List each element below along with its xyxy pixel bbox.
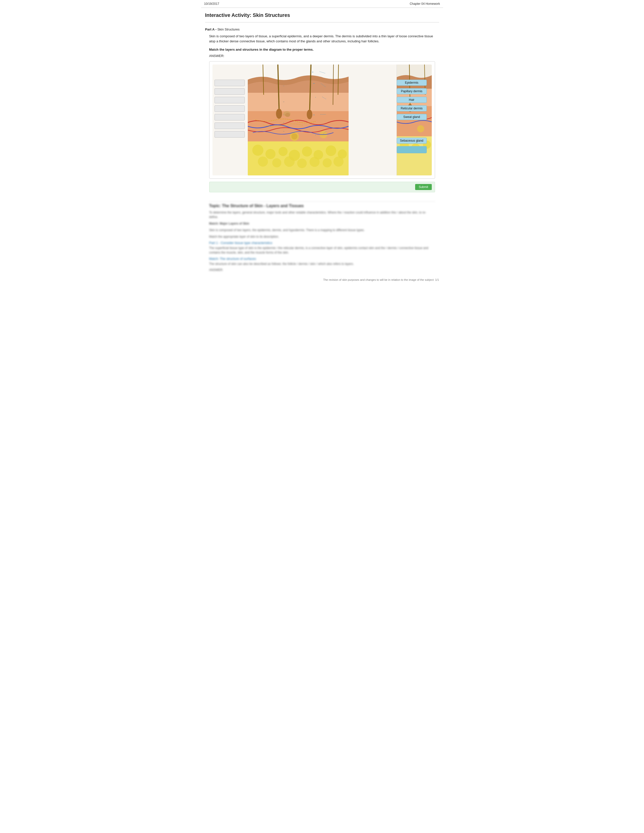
svg-point-10 — [272, 158, 281, 167]
page-footer: The revision of skin purposes and change… — [205, 278, 439, 283]
blurred-link-1: Part 1 - Consider tissue type characteri… — [209, 241, 435, 245]
label-epidermis[interactable]: Epidermis — [397, 80, 427, 86]
part-a-title: Skin Structures — [217, 27, 240, 31]
part-a-header: Part A - Skin Structures — [201, 24, 443, 33]
labels-area: Epidermis Papillary dermis Hair Reticula… — [397, 80, 427, 153]
header-date: 10/19/2017 — [204, 2, 219, 6]
title-divider — [205, 22, 439, 23]
label-papillary-dermis[interactable]: Papillary dermis — [397, 88, 427, 94]
blurred-link2-text: The structure of skin can also be descri… — [209, 262, 435, 266]
svg-point-5 — [302, 146, 312, 156]
answer-boxes-area — [214, 80, 245, 138]
svg-point-31 — [285, 113, 290, 117]
svg-point-3 — [279, 147, 288, 156]
page-number: 1/1 — [435, 278, 439, 281]
svg-point-1 — [252, 145, 263, 156]
page-title: Interactive Activity: Skin Structures — [201, 8, 443, 21]
header-bar: 10/19/2017 Chapter 04 Homework — [201, 0, 443, 8]
diagram-inner: Epidermis Papillary dermis Hair Reticula… — [213, 64, 432, 175]
answer-box-5[interactable] — [214, 114, 245, 121]
svg-point-28 — [291, 133, 298, 139]
svg-point-15 — [333, 156, 343, 167]
part-a-label: Part A - — [205, 27, 217, 31]
answer-box-6[interactable] — [214, 122, 245, 129]
answer-box-3[interactable] — [214, 97, 245, 103]
header-chapter: Chapter 04 Homework — [410, 2, 440, 6]
skin-diagram — [248, 64, 349, 175]
svg-line-44 — [320, 72, 325, 73]
answer-box-7[interactable] — [214, 131, 245, 138]
blurred-topic-title: Topic: The Structure of Skin - Layers an… — [209, 204, 435, 208]
blurred-part-b-instruction: Match the appropriate layer of skin to i… — [209, 235, 435, 239]
footer-text: The revision of skin purposes and change… — [323, 278, 434, 281]
label-empty[interactable] — [397, 146, 427, 153]
answer-box-2[interactable] — [214, 88, 245, 95]
blurred-answer-label2: ANSWER: — [209, 268, 435, 272]
blurred-part-b-text: Skin is composed of two layers, the epid… — [209, 228, 435, 232]
svg-point-13 — [309, 157, 320, 167]
svg-point-7 — [326, 145, 336, 156]
blurred-link-2: Match: The structure of surfaces — [209, 257, 435, 261]
svg-point-11 — [284, 156, 295, 167]
answer-label: ANSWER: — [201, 53, 443, 59]
blurred-intro-text: To determine the layers, general structu… — [209, 210, 435, 219]
answer-box-4[interactable] — [214, 105, 245, 112]
answer-box-1[interactable] — [214, 80, 245, 86]
label-sweat-gland[interactable]: Sweat gland — [397, 114, 427, 120]
blurred-part-b-label: Match: Major Layers of Skin — [209, 221, 435, 226]
svg-point-12 — [297, 159, 307, 168]
svg-point-9 — [258, 156, 268, 167]
svg-rect-17 — [248, 92, 349, 111]
blurred-link1-text: The superficial tissue type of skin is t… — [209, 246, 435, 255]
blurred-section: Topic: The Structure of Skin - Layers an… — [205, 196, 439, 276]
submit-button[interactable]: Submit — [415, 184, 431, 190]
instruction-text: Match the layers and structures in the d… — [201, 46, 443, 53]
blurred-divider-1 — [209, 201, 435, 202]
submit-area: Submit — [209, 182, 435, 192]
label-reticular-dermis[interactable]: Reticular dermis — [397, 105, 427, 111]
svg-point-2 — [266, 149, 275, 159]
svg-point-14 — [323, 158, 332, 167]
svg-point-25 — [276, 109, 282, 119]
label-hair[interactable]: Hair — [397, 97, 427, 103]
description-text: Skin is composed of two layers of tissue… — [201, 33, 443, 46]
label-sebaceous-gland[interactable]: Sebaceous gland — [397, 138, 427, 144]
diagram-container: Epidermis Papillary dermis Hair Reticula… — [209, 61, 435, 179]
svg-point-26 — [307, 109, 312, 119]
